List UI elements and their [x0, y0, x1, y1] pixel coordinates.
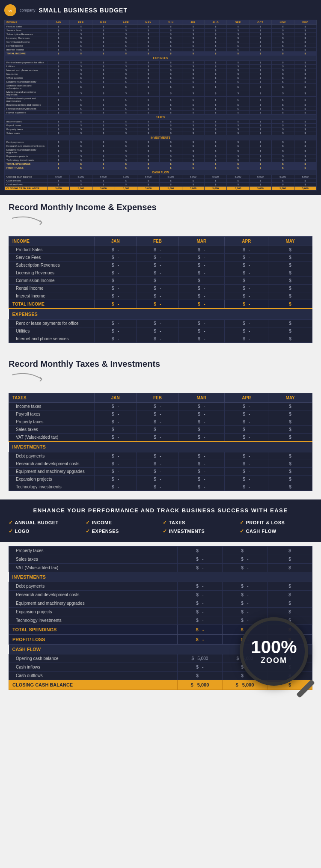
taxes-apr-header: APR — [225, 393, 268, 403]
taxes-jan-header: JAN — [95, 393, 137, 403]
table-row: Sales taxes $ -$ -$ — [9, 555, 312, 564]
table-row: Utilities $ -$ -$ -$ -$ — [9, 327, 312, 335]
magnifier-overlay: 100% ZOOM — [240, 617, 308, 686]
feature-investments: ✓ INVESTMENTS — [163, 528, 235, 534]
table-row: Expansion projects $ -$ -$ -$ -$ — [9, 476, 312, 483]
taxes-col-header: TAXES — [9, 393, 95, 403]
investments-section-header: INVESTMENTS — [9, 441, 312, 452]
table-row: Licensing Revenues $ -$ -$ -$ -$ — [9, 269, 312, 277]
table-row: Rent or lease payments for office $ -$ -… — [9, 320, 312, 327]
jan-header: JAN — [95, 237, 137, 246]
may-header: MAY — [268, 237, 312, 246]
feature-profit-loss: ✓ PROFIT & LOSS — [240, 520, 312, 526]
taxes-may-header: MAY — [268, 393, 312, 403]
feature-logo: ✓ LOGO — [9, 528, 81, 534]
table-row: VAT (Value-added tax) $ -$ -$ — [9, 564, 312, 572]
check-icon8: ✓ — [240, 528, 244, 534]
table-row: Subscription Revenues $ -$ -$ -$ -$ — [9, 262, 312, 269]
table-row: Product Sales $ -$ -$ -$ -$ — [9, 246, 312, 254]
feb-header: FEB — [137, 237, 178, 246]
table-row: Research and development costs $ -$ -$ -… — [9, 460, 312, 468]
table-row: Research and development costs $ -$ -$ — [9, 591, 312, 599]
table-row: Rental Income $ -$ -$ -$ -$ — [9, 285, 312, 292]
feature-label6: EXPENSES — [92, 529, 119, 534]
budget-title: SMALL BUSINESS BUDGET — [39, 7, 128, 14]
feature-label8: CASH FLOW — [246, 529, 276, 534]
investments-sub-header: INVESTMENTS — [9, 572, 312, 582]
banner-title: ENHANCE YOUR PERFORMANCE AND TRACK BUSIN… — [9, 507, 312, 514]
detail-section: Property taxes $ -$ -$ Sales taxes $ -$ … — [0, 542, 321, 699]
section2-title: Record Monthly Taxes & Investments — [9, 359, 312, 369]
check-icon3: ✓ — [163, 520, 167, 526]
svg-text:co: co — [9, 9, 12, 12]
taxes-investments-table: TAXES JAN FEB MAR APR MAY Income taxes $… — [9, 393, 312, 491]
check-icon4: ✓ — [240, 520, 244, 526]
equipment-machinery-row: Equipment and machinery upgrades $ -$ -$ — [9, 599, 312, 608]
table-row: Service Fees $ -$ -$ -$ -$ — [9, 254, 312, 262]
arrow-icon2 — [12, 371, 46, 383]
taxes-table-container: TAXES JAN FEB MAR APR MAY Income taxes $… — [0, 393, 321, 499]
mar-header: MAR — [178, 237, 225, 246]
feature-label2: INCOME — [92, 520, 112, 525]
feature-cash-flow: ✓ CASH FLOW — [240, 528, 312, 534]
feature-label7: INVESTMENTS — [169, 529, 205, 534]
taxes-feb-header: FEB — [137, 393, 178, 403]
table-row: Sales taxes $ -$ -$ -$ -$ — [9, 426, 312, 434]
feature-taxes: ✓ TAXES — [163, 520, 235, 526]
feature-expenses: ✓ EXPENSES — [86, 528, 158, 534]
table-row: Property taxes $ -$ -$ — [9, 547, 312, 555]
table-row: VAT (Value-added tax) $ -$ -$ -$ -$ — [9, 434, 312, 442]
table-row: Technology investments $ -$ -$ -$ -$ — [9, 483, 312, 491]
feature-label: ANNUAL BUDGET — [15, 520, 59, 525]
feature-income: ✓ INCOME — [86, 520, 158, 526]
income-table: INCOME JAN FEB MAR APR MAY Product Sales… — [9, 236, 312, 343]
zoom-percentage: 100% — [251, 638, 297, 656]
table-row: Payroll taxes $ -$ -$ -$ -$ — [9, 410, 312, 418]
mini-spreadsheet: INCOME JANFEBMARAPRMAYJUN JULAUGSEPOCTNO… — [4, 20, 317, 190]
table-row: Commission Income $ -$ -$ -$ -$ — [9, 277, 312, 285]
income-table-container: INCOME JAN FEB MAR APR MAY Product Sales… — [0, 236, 321, 351]
table-row: Property taxes $ -$ -$ -$ -$ — [9, 418, 312, 426]
section1-header: Record Monthly Income & Expenses — [0, 195, 321, 236]
taxes-mar-header: MAR — [178, 393, 225, 403]
check-icon5: ✓ — [9, 528, 13, 534]
check-icon2: ✓ — [86, 520, 90, 526]
expenses-section-header: EXPENSES — [9, 309, 312, 320]
apr-header: APR — [225, 237, 268, 246]
table-row: Debt payments $ -$ -$ — [9, 582, 312, 591]
income-col-header: INCOME — [9, 237, 95, 246]
company-text: company — [20, 8, 36, 13]
table-row: Internet and phone services $ -$ -$ -$ -… — [9, 335, 312, 343]
table-row: Equipment and machinery upgrades $ -$ -$… — [9, 468, 312, 476]
spreadsheet-header: co company SMALL BUSINESS BUDGET — [4, 4, 317, 16]
banner-section: ENHANCE YOUR PERFORMANCE AND TRACK BUSIN… — [0, 499, 321, 542]
table-row: Interest Income $ -$ -$ -$ -$ — [9, 292, 312, 300]
spreadsheet-section: co company SMALL BUSINESS BUDGET INCOME … — [0, 0, 321, 195]
section1-title: Record Monthly Income & Expenses — [9, 202, 312, 212]
feature-annual-budget: ✓ ANNUAL BUDGET — [9, 520, 81, 526]
feature-label4: PROFIT & LOSS — [246, 520, 285, 525]
arrow-icon — [12, 214, 46, 227]
table-row: Debt payments $ -$ -$ -$ -$ — [9, 452, 312, 460]
zoom-label: ZOOM — [261, 656, 287, 665]
feature-label3: TAXES — [169, 520, 185, 525]
check-icon6: ✓ — [86, 528, 90, 534]
table-row: Expansion projects $ -$ -$ — [9, 608, 312, 616]
features-grid: ✓ ANNUAL BUDGET ✓ INCOME ✓ TAXES ✓ PROFI… — [9, 520, 312, 534]
total-income-row: TOTAL INCOME $ -$ -$ -$ -$ — [9, 300, 312, 309]
section2-header: Record Monthly Taxes & Investments — [0, 351, 321, 393]
logo-circle: co — [4, 4, 16, 16]
check-icon7: ✓ — [163, 528, 167, 534]
feature-label5: LOGO — [15, 529, 30, 534]
table-row: Income taxes $ -$ -$ -$ -$ — [9, 403, 312, 410]
check-icon: ✓ — [9, 520, 13, 526]
